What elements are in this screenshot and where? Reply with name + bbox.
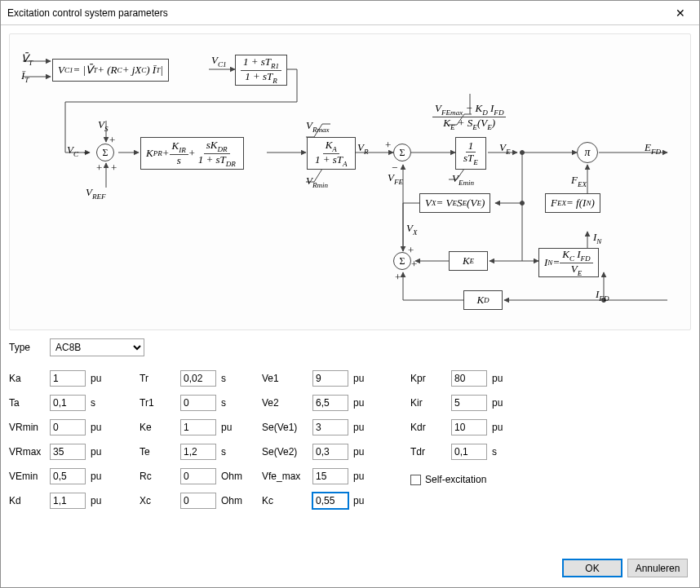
param-label: Kir bbox=[410, 397, 451, 409]
type-select[interactable]: AC8B bbox=[50, 338, 144, 356]
param-unit: pu bbox=[86, 446, 115, 458]
te-block: 1sTE bbox=[455, 137, 486, 170]
ve-label: VE bbox=[499, 141, 511, 156]
param-unit: s bbox=[216, 397, 246, 409]
vrmax-label: VRmax bbox=[306, 119, 330, 134]
product-node: π bbox=[577, 142, 598, 163]
param-column-1: KapuTasVRminpuVRmaxpuVEminpuKdpu bbox=[9, 368, 140, 515]
vrmin-label: VRmin bbox=[306, 175, 328, 189]
param-input-tdr[interactable] bbox=[451, 444, 487, 460]
param-input-tr[interactable] bbox=[180, 370, 216, 387]
window-title: Excitation control system parameters bbox=[7, 7, 168, 19]
param-label: Rc bbox=[140, 471, 180, 482]
param-unit: pu bbox=[348, 397, 378, 409]
param-label: Tdr bbox=[410, 446, 451, 458]
vfe-label: VFE bbox=[388, 171, 403, 186]
param-label: VRmin bbox=[9, 422, 50, 433]
it-input-label: ĪT bbox=[21, 69, 29, 84]
parameters-form: Type AC8B KapuTasVRminpuVRmaxpuVEminpuKd… bbox=[9, 337, 691, 515]
param-input-vrmax[interactable] bbox=[50, 444, 86, 460]
param-input-xc[interactable] bbox=[180, 493, 216, 509]
param-label: Kd bbox=[9, 495, 50, 506]
param-input-kd[interactable] bbox=[50, 493, 86, 509]
param-unit: pu bbox=[348, 422, 378, 433]
ok-button[interactable]: OK bbox=[562, 559, 622, 577]
param-unit: pu bbox=[86, 495, 115, 506]
param-input-se(ve1)[interactable] bbox=[312, 419, 348, 435]
param-unit: pu bbox=[487, 397, 516, 409]
pid-block: KPR + KIRs + sKDR1 + sTDR bbox=[140, 137, 244, 170]
svg-point-4 bbox=[521, 201, 525, 206]
fex-block: FEX = f(IN) bbox=[545, 193, 600, 213]
param-unit: pu bbox=[348, 471, 378, 482]
param-label: Xc bbox=[140, 495, 180, 506]
sum-node-2: Σ bbox=[393, 144, 411, 161]
param-input-se(ve2)[interactable] bbox=[312, 444, 348, 460]
param-label: Ta bbox=[9, 397, 50, 409]
self-excitation-checkbox[interactable]: Self-excitation bbox=[410, 474, 486, 485]
vx-block: VX = VE SE(VE) bbox=[419, 193, 490, 213]
param-unit: pu bbox=[86, 422, 115, 433]
param-input-ka[interactable] bbox=[50, 370, 86, 387]
vemin-label: VEmin bbox=[452, 172, 474, 187]
param-input-ve1[interactable] bbox=[312, 370, 348, 387]
diagram-panel: V̄T ĪT VC1 = |V̄T + (RC + jXC) ĪT| VC1 1… bbox=[9, 33, 691, 330]
ifd-label: IFD bbox=[596, 288, 609, 303]
param-unit: pu bbox=[487, 422, 516, 433]
param-label: Vfe_max bbox=[262, 471, 312, 482]
vc1-block: VC1 = |V̄T + (RC + jXC) ĪT| bbox=[52, 59, 169, 82]
in-block: IN = KC IFDVE bbox=[538, 248, 599, 277]
param-input-te[interactable] bbox=[180, 444, 216, 460]
param-unit: pu bbox=[86, 471, 115, 482]
param-column-4: KprpuKirpuKdrpuTdrsSelf-excitation bbox=[410, 368, 549, 515]
param-unit: pu bbox=[348, 373, 378, 384]
in-label: IN bbox=[593, 231, 601, 245]
param-label: Kc bbox=[262, 495, 312, 506]
titlebar: Excitation control system parameters ✕ bbox=[1, 1, 699, 25]
param-input-tr1[interactable] bbox=[180, 395, 216, 411]
vt-input-label: V̄T bbox=[21, 52, 33, 67]
param-unit: pu bbox=[348, 446, 378, 458]
param-column-2: TrsTr1sKepuTesRcOhmXcOhm bbox=[140, 368, 262, 515]
param-input-vfe_max[interactable] bbox=[312, 468, 348, 484]
close-icon[interactable]: ✕ bbox=[662, 1, 699, 25]
param-unit: Ohm bbox=[216, 495, 246, 506]
vs-label: VS bbox=[98, 118, 109, 133]
cancel-button[interactable]: Annuleren bbox=[627, 559, 688, 577]
param-label: Ve1 bbox=[262, 373, 312, 384]
param-input-vrmin[interactable] bbox=[50, 419, 86, 435]
vr-label: VR bbox=[357, 141, 369, 156]
param-input-ta[interactable] bbox=[50, 395, 86, 411]
vx-label: VX bbox=[406, 222, 418, 237]
param-unit: pu bbox=[348, 495, 378, 506]
param-label: Ka bbox=[9, 373, 50, 384]
param-unit: pu bbox=[487, 373, 516, 384]
param-label: VRmax bbox=[9, 446, 50, 458]
param-input-rc[interactable] bbox=[180, 468, 216, 484]
param-label: Tr1 bbox=[140, 397, 180, 409]
param-label: Te bbox=[140, 446, 180, 458]
param-label: Tr bbox=[140, 373, 180, 384]
param-unit: s bbox=[216, 446, 246, 458]
param-input-vemin[interactable] bbox=[50, 468, 86, 484]
param-input-kc[interactable] bbox=[312, 493, 348, 509]
param-input-kdr[interactable] bbox=[451, 419, 487, 435]
efd-label: EFD bbox=[645, 141, 661, 156]
kd-block: KD bbox=[463, 290, 503, 310]
ka-block: KA1 + sTA bbox=[307, 137, 356, 170]
param-label: Ve2 bbox=[262, 397, 312, 409]
param-label: Kpr bbox=[410, 373, 451, 384]
param-input-ke[interactable] bbox=[180, 419, 216, 435]
param-label: Se(Ve1) bbox=[262, 422, 312, 433]
block-diagram: V̄T ĪT VC1 = |V̄T + (RC + jXC) ĪT| VC1 1… bbox=[16, 41, 684, 323]
param-label: Ke bbox=[140, 422, 180, 433]
vref-label: VREF bbox=[86, 186, 106, 201]
param-input-ve2[interactable] bbox=[312, 395, 348, 411]
type-label: Type bbox=[9, 342, 50, 353]
param-input-kpr[interactable] bbox=[451, 370, 487, 387]
self-excitation-label: Self-excitation bbox=[425, 474, 486, 485]
param-input-kir[interactable] bbox=[451, 395, 487, 411]
te-upper-limit: VFEmax − KD IFDKE + SE(VE) bbox=[432, 102, 506, 130]
param-unit: s bbox=[487, 446, 516, 458]
ke-block: KE bbox=[449, 251, 488, 271]
